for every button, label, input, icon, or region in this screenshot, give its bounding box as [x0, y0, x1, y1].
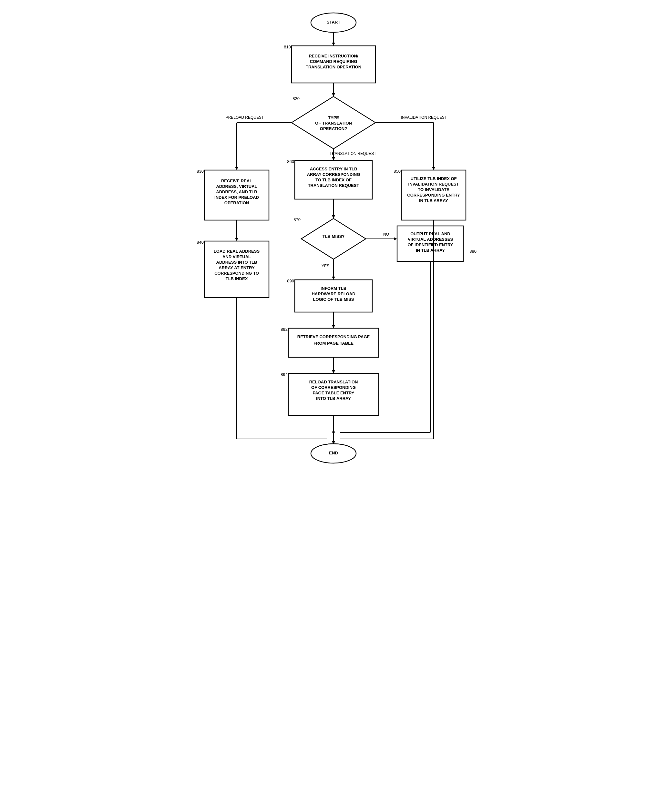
ref-880: 880: [470, 249, 476, 254]
n820-label-3: OPERATION?: [320, 126, 347, 131]
svg-marker-5: [332, 93, 335, 96]
svg-marker-25: [394, 237, 397, 240]
n830-label-1: RECEIVE REAL: [221, 179, 252, 183]
n890-label-2: HARDWARE RELOAD: [312, 292, 355, 296]
ref-850: 850: [393, 169, 401, 174]
svg-marker-2: [332, 43, 335, 46]
n890-label-3: LOGIC OF TLB MISS: [313, 297, 354, 302]
n892-label-2: FROM PAGE TABLE: [314, 341, 353, 346]
translation-label: TRANSLATION REQUEST: [330, 151, 377, 156]
n850-label-5: IN TLB ARRAY: [419, 198, 448, 203]
ref-820: 820: [292, 96, 300, 101]
n870-label-1: TLB MISS?: [322, 234, 345, 239]
preload-label: PRELOAD REQUEST: [226, 115, 264, 120]
ref-870: 870: [294, 217, 300, 222]
svg-marker-9: [235, 167, 238, 170]
n830-label-4: INDEX FOR PRELOAD: [214, 195, 259, 200]
n810-label-2: COMMAND REQUIRING: [310, 59, 357, 64]
yes-label: YES: [322, 263, 329, 268]
n850-label-2: INVALIDATION REQUEST: [408, 182, 459, 187]
n894-label-1: RELOAD TRANSLATION: [309, 379, 358, 384]
ref-840: 840: [197, 240, 204, 245]
n810-label-3: TRANSLATION OPERATION: [306, 65, 361, 70]
ref-810: 810: [284, 45, 291, 50]
n820-label-1: TYPE: [328, 115, 339, 120]
start-label: START: [327, 20, 340, 25]
svg-marker-12: [432, 167, 435, 170]
n894-label-3: PAGE TABLE ENTRY: [312, 391, 354, 395]
no-label: NO: [383, 232, 389, 237]
n860-label-3: TO TLB INDEX OF: [315, 177, 352, 182]
ref-830: 830: [197, 169, 204, 174]
n840-label-6: TLB INDEX: [226, 276, 248, 281]
n880-label-4: IN TLB ARRAY: [416, 248, 445, 253]
svg-marker-31: [332, 325, 335, 328]
n892-label-1: RETRIEVE CORRESPONDING PAGE: [297, 334, 370, 339]
n820-label-2: OF TRANSLATION: [315, 121, 352, 126]
n850-label-1: UTILIZE TLB INDEX OF: [411, 176, 457, 181]
n880-label-3: OF IDENTIFIED ENTRY: [407, 242, 453, 247]
n890-label-1: INFORM TLB: [320, 286, 347, 291]
end-label: END: [329, 451, 338, 456]
ref-860: 860: [287, 159, 294, 164]
n880-label-2: VIRTUAL ADDRESSES: [408, 237, 453, 242]
n880-label-1: OUTPUT REAL AND: [410, 231, 450, 236]
flowchart-diagram: START RECEIVE INSTRUCTION/ COMMAND REQUI…: [188, 7, 479, 781]
svg-marker-46: [332, 431, 335, 435]
n860-label-2: ARRAY CORRESPONDING: [307, 172, 360, 177]
n810-label-1: RECEIVE INSTRUCTION/: [309, 53, 358, 58]
n860-label-1: ACCESS ENTRY IN TLB: [310, 167, 357, 171]
n840-label-2: AND VIRTUAL: [222, 254, 251, 259]
n894-label-4: INTO TLB ARRAY: [316, 396, 351, 401]
n860-label-4: TRANSLATION REQUEST: [308, 183, 359, 188]
n894-label-2: OF CORRESPONDING: [311, 385, 356, 390]
n850-label-4: CORRESPONDING ENTRY: [407, 193, 460, 197]
ref-894: 894: [280, 372, 288, 377]
ref-890: 890: [287, 278, 294, 283]
svg-marker-27: [332, 277, 335, 280]
svg-marker-21: [332, 215, 335, 219]
n840-label-5: CORRESPONDING TO: [214, 271, 259, 276]
n830-label-5: OPERATION: [224, 201, 249, 205]
svg-marker-34: [332, 370, 335, 373]
n850-label-3: TO INVALIDATE: [418, 187, 450, 192]
n830-label-3: ADDRESS, AND TLB: [216, 189, 257, 194]
svg-marker-14: [332, 157, 335, 161]
n840-label-4: ARRAY AT ENTRY: [219, 265, 255, 270]
n840-label-1: LOAD REAL ADDRESS: [214, 249, 260, 254]
invalidation-label: INVALIDATION REQUEST: [401, 115, 448, 120]
n830-label-2: ADDRESS, VIRTUAL: [216, 184, 257, 189]
ref-892: 892: [280, 327, 288, 332]
svg-marker-19: [235, 238, 238, 241]
n840-label-3: ADDRESS INTO TLB: [216, 260, 257, 265]
